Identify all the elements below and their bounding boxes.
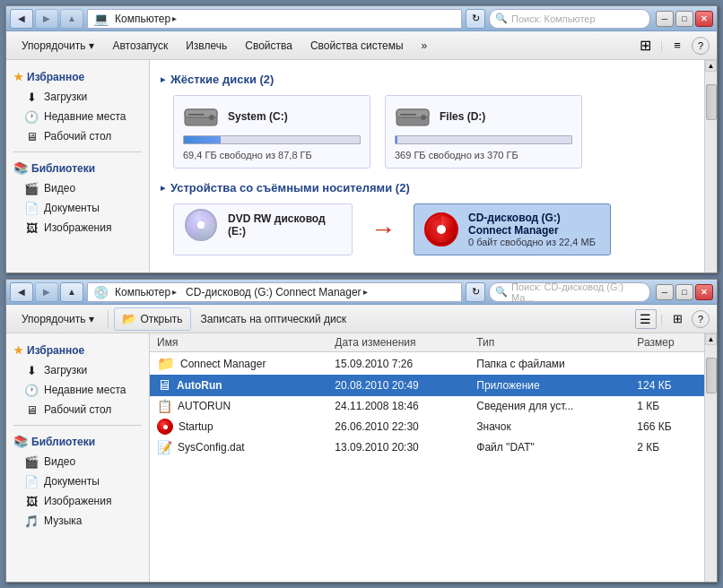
maximize-button-2[interactable]: □ xyxy=(675,284,693,300)
forward-button-2[interactable]: ▶ xyxy=(35,282,58,302)
forward-icon-2: ▶ xyxy=(43,287,50,297)
close-button-2[interactable]: ✕ xyxy=(695,284,713,300)
organize-button-2[interactable]: Упорядочить ▾ xyxy=(13,307,102,331)
close-button-1[interactable]: ✕ xyxy=(695,11,713,27)
help-btn-2[interactable]: ? xyxy=(692,310,710,328)
col-type[interactable]: Тип xyxy=(469,333,630,352)
title-bar-2: ◀ ▶ ▲ 💿 Компьютер ▸ CD-дисковод (G:) Con… xyxy=(6,280,717,305)
up-button-2[interactable]: ▲ xyxy=(60,282,83,302)
disk-c-top: System (C:) xyxy=(183,103,361,130)
computer-icon: 💻 xyxy=(93,12,109,26)
libraries-header-2[interactable]: 📚 Библиотеки xyxy=(10,431,145,452)
scroll-thumb-2[interactable] xyxy=(706,358,717,393)
disk-item-e[interactable]: DVD RW дисковод (E:) xyxy=(173,203,353,255)
help-btn-1[interactable]: ? xyxy=(692,37,710,55)
scroll-thumb-1[interactable] xyxy=(706,84,717,120)
table-row[interactable]: 📋 AUTORUN 24.11.2008 18:46 Сведения для … xyxy=(150,396,704,416)
sidebar-item-desktop[interactable]: 🖥 Рабочий стол xyxy=(10,126,145,146)
open-button[interactable]: 📂 Открыть xyxy=(114,307,190,331)
table-row[interactable]: 📁 Connect Manager 15.09.2010 7:26 Папка … xyxy=(150,352,704,376)
toolbar-1: Упорядочить ▾ Автозапуск Извлечь Свойств… xyxy=(6,31,717,60)
disk-d-progress-fill xyxy=(396,136,397,143)
sidebar-item-downloads-2[interactable]: ⬇ Загрузки xyxy=(10,360,145,380)
chevron-icon-2a: ▸ xyxy=(172,287,177,297)
view-details-btn-1[interactable]: ⊞ xyxy=(635,36,657,56)
sidebar-item-downloads[interactable]: ⬇ Загрузки xyxy=(10,87,145,107)
scrollbar-2[interactable]: ▲ xyxy=(704,333,717,582)
table-row[interactable]: 🖥 AutoRun 20.08.2010 20:49 Приложение 12… xyxy=(150,375,704,396)
refresh-button-2[interactable]: ↻ xyxy=(466,282,485,302)
col-date[interactable]: Дата изменения xyxy=(327,333,469,352)
minimize-button-2[interactable]: ─ xyxy=(656,284,674,300)
sidebar-item-video[interactable]: 🎬 Видео xyxy=(10,178,145,198)
toolbar-right-1: ⊞ | ≡ ? xyxy=(635,36,710,56)
forward-button[interactable]: ▶ xyxy=(35,9,58,29)
chevron-icon: ▸ xyxy=(172,13,177,23)
table-row[interactable]: 📝 SysConfig.dat 13.09.2010 20:30 Файл "D… xyxy=(150,437,704,457)
address-bar-1[interactable]: 💻 Компьютер ▸ xyxy=(87,9,462,29)
view-details-btn-2[interactable]: ☰ xyxy=(635,309,657,329)
sidebar-item-recent[interactable]: 🕐 Недавние места xyxy=(10,107,145,126)
desktop-icon-2: 🖥 xyxy=(24,402,39,417)
window-controls-1: ─ □ ✕ xyxy=(656,11,713,27)
view-grid-btn-2[interactable]: ⊞ xyxy=(666,309,688,329)
disk-d-label: Files (D:) xyxy=(440,110,485,123)
sidebar-item-desktop-2[interactable]: 🖥 Рабочий стол xyxy=(10,400,145,419)
sidebar-divider-2 xyxy=(13,425,142,426)
sidebar-1: ★ Избранное ⬇ Загрузки 🕐 Недавние места … xyxy=(6,60,150,272)
disk-d-top: Files (D:) xyxy=(395,103,572,130)
sidebar-item-video-2[interactable]: 🎬 Видео xyxy=(10,452,145,471)
view-list-btn-1[interactable]: ≡ xyxy=(666,36,688,56)
breadcrumb-computer[interactable]: Компьютер ▸ xyxy=(112,12,179,26)
toolbar-right-2: ☰ | ⊞ ? xyxy=(635,309,710,329)
more-button-1[interactable]: » xyxy=(414,34,436,57)
disk-c-progress-bg xyxy=(183,135,361,144)
sidebar-item-music-2[interactable]: 🎵 Музыка xyxy=(10,511,145,531)
autoplay-button[interactable]: Автозапуск xyxy=(104,34,176,57)
minimize-button-1[interactable]: ─ xyxy=(656,11,674,27)
search-bar-1[interactable]: 🔍 Поиск: Компьютер xyxy=(489,9,650,29)
organize-button-1[interactable]: Упорядочить ▾ xyxy=(13,34,102,57)
disk-item-g[interactable]: CD-дисковод (G:) Connect Manager 0 байт … xyxy=(414,203,611,255)
music-icon-2: 🎵 xyxy=(24,514,39,528)
burn-button[interactable]: Записать на оптический диск xyxy=(193,307,355,331)
file-name-cell-3: Startup xyxy=(157,419,320,435)
col-size[interactable]: Размер xyxy=(630,333,704,352)
libraries-icon: 📚 xyxy=(13,161,28,175)
disk-item-d[interactable]: Files (D:) 369 ГБ свободно из 370 ГБ xyxy=(385,95,582,169)
toolbar-2: Упорядочить ▾ 📂 Открыть Записать на опти… xyxy=(6,305,717,333)
disk-item-c[interactable]: System (C:) 69,4 ГБ свободно из 87,8 ГБ xyxy=(173,95,370,169)
inf-icon-2: 📋 xyxy=(157,399,172,413)
sidebar-item-documents-2[interactable]: 📄 Документы xyxy=(10,471,145,491)
file-table-header: Имя Дата изменения Тип Размер xyxy=(150,333,704,352)
sidebar-item-documents[interactable]: 📄 Документы xyxy=(10,198,145,218)
back-button[interactable]: ◀ xyxy=(10,9,33,29)
favorites-star-icon: ★ xyxy=(13,71,23,83)
libraries-header[interactable]: 📚 Библиотеки xyxy=(10,158,145,178)
scroll-up-btn[interactable]: ▲ xyxy=(705,60,717,72)
up-button[interactable]: ▲ xyxy=(60,9,83,29)
address-bar-2[interactable]: 💿 Компьютер ▸ CD-дисковод (G:) Connect M… xyxy=(87,282,462,302)
sidebar-item-images-2[interactable]: 🖼 Изображения xyxy=(10,491,145,511)
refresh-button[interactable]: ↻ xyxy=(466,9,485,29)
properties-button-1[interactable]: Свойства xyxy=(237,34,301,57)
hdd-d-icon xyxy=(395,103,431,130)
favorites-header-2[interactable]: ★ Избранное xyxy=(10,341,145,360)
col-name[interactable]: Имя xyxy=(150,333,327,352)
scrollbar-1[interactable]: ▲ xyxy=(704,60,717,272)
table-row[interactable]: Startup 26.06.2010 22:30 Значок 166 КБ xyxy=(150,416,704,437)
breadcrumb-computer-2[interactable]: Компьютер ▸ xyxy=(112,285,179,299)
folder-icon-0: 📁 xyxy=(157,355,175,372)
back-button-2[interactable]: ◀ xyxy=(10,282,33,302)
search-bar-2[interactable]: 🔍 Поиск: CD-дисковод (G:) Ма... xyxy=(489,282,650,302)
libraries-icon-2: 📚 xyxy=(13,435,28,448)
maximize-button-1[interactable]: □ xyxy=(675,11,693,27)
favorites-header[interactable]: ★ Избранное xyxy=(10,67,145,87)
sidebar-item-images[interactable]: 🖼 Изображения xyxy=(10,218,145,238)
removable-grid: DVD RW дисковод (E:) → xyxy=(159,203,695,255)
scroll-up-btn-2[interactable]: ▲ xyxy=(705,333,717,345)
system-properties-button[interactable]: Свойства системы xyxy=(302,34,412,57)
extract-button[interactable]: Извлечь xyxy=(178,34,235,57)
breadcrumb-cd-drive[interactable]: CD-дисковод (G:) Connect Manager ▸ xyxy=(183,285,370,299)
sidebar-item-recent-2[interactable]: 🕐 Недавние места xyxy=(10,380,145,400)
